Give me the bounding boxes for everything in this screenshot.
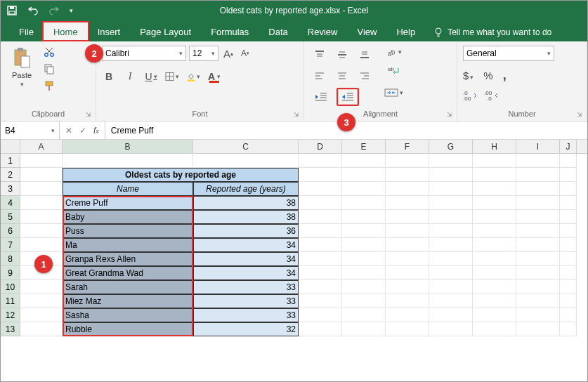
cell[interactable] — [20, 280, 63, 294]
decrease-font-icon[interactable]: A▾ — [238, 46, 252, 60]
col-header[interactable]: D — [299, 140, 342, 153]
row-header[interactable]: 9 — [1, 266, 20, 280]
cell[interactable] — [386, 238, 429, 252]
cell[interactable]: Sarah — [63, 280, 193, 294]
percent-format-button[interactable]: % — [483, 70, 492, 81]
col-header[interactable]: G — [429, 140, 473, 153]
cell[interactable] — [386, 196, 429, 210]
tab-review[interactable]: Review — [298, 22, 348, 41]
dialog-launcher-icon[interactable]: ⇲ — [86, 111, 91, 118]
wrap-text-button[interactable]: ab — [384, 65, 403, 78]
cut-icon[interactable] — [43, 46, 55, 58]
select-all-corner[interactable] — [1, 140, 20, 153]
cell[interactable] — [20, 210, 63, 224]
tab-insert[interactable]: Insert — [88, 22, 131, 41]
cell[interactable] — [473, 224, 516, 238]
cell[interactable] — [516, 196, 560, 210]
cell[interactable] — [429, 238, 473, 252]
number-format-select[interactable]: General▾ — [463, 46, 554, 61]
cell[interactable] — [299, 210, 342, 224]
row-header[interactable]: 12 — [1, 308, 20, 322]
cell[interactable] — [516, 294, 560, 308]
cell[interactable]: Creme Puff — [63, 196, 193, 210]
font-name-select[interactable]: Calibri▾ — [102, 46, 186, 61]
cell[interactable] — [516, 266, 560, 280]
cell[interactable] — [386, 252, 429, 266]
cell[interactable] — [342, 168, 386, 182]
align-top-icon[interactable] — [310, 46, 329, 64]
cell[interactable]: 38 — [193, 210, 299, 224]
cell[interactable] — [560, 210, 577, 224]
increase-decimal-button[interactable]: .0.00 — [463, 90, 478, 101]
cell[interactable]: 33 — [193, 308, 299, 322]
underline-button[interactable]: U▾ — [144, 70, 158, 84]
cell[interactable] — [560, 308, 577, 322]
cell[interactable] — [560, 294, 577, 308]
row-header[interactable]: 11 — [1, 294, 20, 308]
cell[interactable] — [516, 308, 560, 322]
dialog-launcher-icon[interactable]: ⇲ — [577, 111, 582, 118]
cell[interactable] — [386, 210, 429, 224]
cell[interactable]: 33 — [193, 280, 299, 294]
tab-file[interactable]: File — [9, 22, 44, 41]
cell[interactable] — [429, 168, 473, 182]
cell[interactable] — [386, 280, 429, 294]
cell[interactable] — [560, 154, 577, 168]
dialog-launcher-icon[interactable]: ⇲ — [447, 111, 452, 118]
col-header[interactable]: H — [473, 140, 516, 153]
cell[interactable] — [473, 294, 516, 308]
align-middle-icon[interactable] — [332, 46, 352, 64]
format-painter-icon[interactable] — [43, 79, 55, 92]
cell[interactable] — [386, 308, 429, 322]
cell[interactable] — [516, 224, 560, 238]
cell[interactable] — [429, 322, 473, 336]
cell[interactable] — [560, 238, 577, 252]
cell[interactable] — [429, 182, 473, 196]
cell[interactable] — [560, 266, 577, 280]
cell[interactable] — [342, 238, 386, 252]
cell[interactable] — [429, 308, 473, 322]
italic-button[interactable]: I — [123, 70, 137, 84]
tab-data[interactable]: Data — [259, 22, 297, 41]
comma-format-button[interactable]: , — [503, 68, 507, 83]
qat-dropdown-icon[interactable]: ▾ — [70, 7, 73, 14]
cell[interactable]: Oldest cats by reported age — [63, 168, 299, 182]
cell[interactable] — [342, 196, 386, 210]
cell[interactable] — [20, 294, 63, 308]
cell[interactable]: 36 — [193, 224, 299, 238]
cell[interactable] — [20, 238, 63, 252]
cell[interactable] — [20, 196, 63, 210]
decrease-decimal-button[interactable]: .00.0 — [484, 90, 499, 101]
cell[interactable] — [299, 322, 342, 336]
cell[interactable] — [473, 168, 516, 182]
cell[interactable] — [20, 182, 63, 196]
cell[interactable] — [63, 154, 193, 168]
cell[interactable] — [386, 294, 429, 308]
col-header[interactable]: C — [193, 140, 299, 153]
cell[interactable] — [429, 224, 473, 238]
cell[interactable] — [473, 154, 516, 168]
cell[interactable] — [516, 154, 560, 168]
col-header[interactable]: J — [560, 140, 577, 153]
tab-help[interactable]: Help — [386, 22, 425, 41]
cell[interactable]: Great Grandma Wad — [63, 266, 193, 280]
cell[interactable] — [342, 210, 386, 224]
cell[interactable] — [299, 224, 342, 238]
cell[interactable] — [20, 224, 63, 238]
row-header[interactable]: 4 — [1, 196, 20, 210]
cell[interactable] — [299, 196, 342, 210]
cell[interactable] — [473, 252, 516, 266]
name-box[interactable]: B4▾ — [1, 121, 60, 139]
cell[interactable] — [516, 238, 560, 252]
undo-icon[interactable] — [27, 5, 39, 16]
cell[interactable] — [516, 322, 560, 336]
align-center-icon[interactable] — [332, 67, 352, 85]
cell[interactable] — [342, 252, 386, 266]
cell[interactable] — [299, 182, 342, 196]
cell[interactable] — [20, 168, 63, 182]
orientation-button[interactable]: ab▾ — [384, 46, 403, 58]
cell[interactable]: 34 — [193, 252, 299, 266]
row-header[interactable]: 5 — [1, 210, 20, 224]
cell[interactable] — [560, 322, 577, 336]
row-header[interactable]: 13 — [1, 322, 20, 336]
